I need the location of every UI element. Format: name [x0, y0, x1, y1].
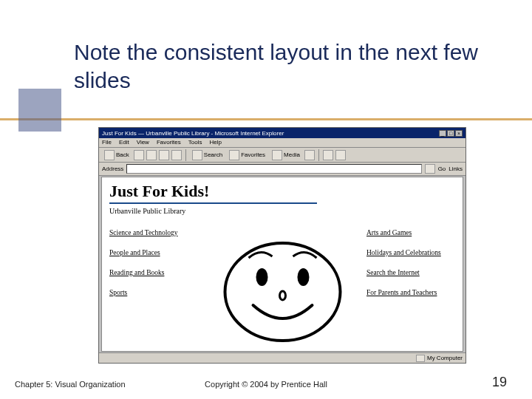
computer-icon — [416, 355, 425, 362]
svg-point-1 — [256, 268, 268, 286]
browser-screenshot: Just For Kids — Urbanville Public Librar… — [98, 127, 466, 364]
window-titlebar: Just For Kids — Urbanville Public Librar… — [99, 128, 466, 138]
forward-icon[interactable] — [134, 150, 144, 160]
window-buttons: _ □ × — [439, 130, 463, 137]
toolbar: Back Search Favorites Media — [99, 148, 466, 163]
smiley-face-illustration — [218, 234, 347, 345]
search-button[interactable]: Search — [190, 150, 225, 160]
svg-point-3 — [280, 291, 286, 300]
status-bar: My Computer — [99, 352, 466, 363]
nav-link[interactable]: Sports — [109, 289, 198, 297]
menu-view[interactable]: View — [137, 139, 149, 146]
slide-number: 19 — [492, 375, 507, 390]
nav-link[interactable]: For Parents and Teachers — [366, 289, 455, 297]
nav-link[interactable]: Arts and Games — [366, 229, 455, 237]
nav-left-column: Science and Technology People and Places… — [109, 229, 198, 309]
menu-favorites[interactable]: Favorites — [157, 139, 181, 146]
back-label: Back — [116, 151, 129, 158]
page-subtitle: Urbanville Public Library — [109, 207, 455, 215]
stop-icon[interactable] — [146, 150, 157, 160]
search-icon — [192, 150, 202, 160]
maximize-button[interactable]: □ — [447, 130, 454, 137]
close-button[interactable]: × — [455, 130, 463, 137]
favorites-label: Favorites — [241, 151, 265, 158]
home-icon[interactable] — [171, 150, 182, 160]
accent-square — [18, 89, 61, 132]
go-button[interactable] — [425, 164, 435, 174]
media-label: Media — [284, 151, 300, 158]
menu-edit[interactable]: Edit — [119, 139, 129, 146]
svg-point-2 — [298, 268, 310, 286]
favorites-button[interactable]: Favorites — [227, 150, 267, 160]
slide-title: Note the consistent layout in the next f… — [74, 38, 488, 94]
nav-link[interactable]: People and Places — [109, 249, 198, 257]
nav-link[interactable]: Search the Internet — [366, 269, 455, 277]
status-zone: My Computer — [427, 355, 463, 361]
menu-tools[interactable]: Tools — [188, 139, 202, 146]
footer-copyright: Copyright © 2004 by Prentice Hall — [205, 380, 327, 389]
address-bar: Address Go Links — [99, 163, 466, 176]
refresh-icon[interactable] — [159, 150, 169, 160]
search-label: Search — [204, 151, 222, 158]
links-label: Links — [449, 166, 463, 172]
media-icon — [272, 150, 282, 160]
history-icon[interactable] — [304, 150, 315, 160]
menu-help[interactable]: Help — [209, 139, 221, 146]
nav-right-column: Arts and Games Holidays and Celebrations… — [366, 229, 455, 309]
nav-link[interactable]: Holidays and Celebrations — [366, 249, 455, 257]
accent-horizontal-rule — [0, 118, 532, 120]
toolbar-separator-2 — [318, 149, 319, 161]
nav-link[interactable]: Reading and Books — [109, 269, 198, 277]
nav-link[interactable]: Science and Technology — [109, 229, 198, 237]
menu-bar: File Edit View Favorites Tools Help — [99, 138, 466, 148]
address-label: Address — [102, 166, 123, 172]
back-button[interactable]: Back — [102, 150, 132, 160]
footer-chapter: Chapter 5: Visual Organization — [15, 380, 126, 389]
webpage-content: Just For Kids! Urbanville Public Library… — [101, 177, 463, 352]
page-heading: Just For Kids! — [109, 182, 455, 201]
window-title-text: Just For Kids — Urbanville Public Librar… — [102, 130, 284, 137]
minimize-button[interactable]: _ — [439, 130, 446, 137]
toolbar-separator — [185, 149, 186, 161]
nav-grid: Science and Technology People and Places… — [109, 229, 455, 345]
address-field[interactable] — [126, 164, 421, 174]
mail-icon[interactable] — [323, 150, 333, 160]
media-button[interactable]: Media — [270, 150, 302, 160]
heading-underline — [109, 202, 317, 204]
print-icon[interactable] — [335, 150, 346, 160]
go-label: Go — [438, 166, 446, 172]
menu-file[interactable]: File — [102, 139, 112, 146]
back-arrow-icon — [104, 150, 115, 160]
star-icon — [229, 150, 239, 160]
